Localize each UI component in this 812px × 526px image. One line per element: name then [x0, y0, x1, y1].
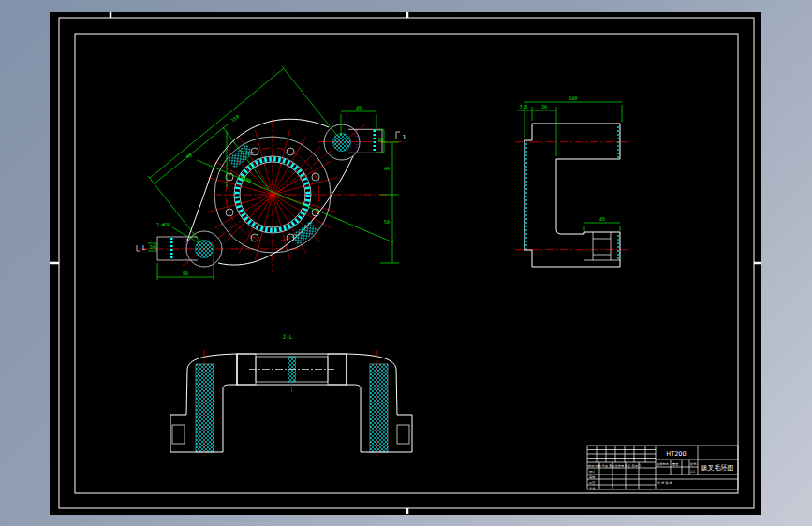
row-label-approve: 批准 — [589, 487, 596, 490]
dim-side-boss: 45 — [599, 216, 605, 222]
sheet-label: 共 张 第 张 — [657, 481, 672, 485]
datum-j-label: J — [402, 134, 406, 141]
scale-label: 比例 — [690, 462, 696, 466]
dim-boss-step-right: 20 — [377, 137, 383, 142]
row-label-design: 设计 — [589, 470, 596, 474]
dim-flange-lip: 7.5 — [519, 104, 527, 110]
dim-base-width: 80 — [183, 270, 188, 276]
material-value: HT200 — [666, 450, 686, 458]
weight-label: 重量 — [672, 462, 679, 466]
stage-label: 阶段标记 — [657, 462, 670, 466]
dim-boss-step-left: 20 — [149, 244, 155, 250]
dim-vertical-upper: 40 — [384, 166, 390, 171]
row-label-process: 工艺 — [589, 481, 595, 485]
dim-side-overall: 100 — [568, 95, 577, 101]
drawing-title: 拨叉毛坯图 — [701, 464, 734, 472]
datum-l-label: L — [142, 244, 146, 252]
drawing-canvas[interactable] — [50, 12, 761, 515]
section-label: J-L — [283, 333, 293, 340]
dim-boss-width: 45 — [356, 105, 362, 110]
scale-value: 1:1 — [690, 470, 695, 474]
row-label-check: 审核 — [589, 475, 596, 479]
dim-holes-note: 2-Φ20 — [156, 222, 170, 227]
dim-web: 30 — [541, 104, 547, 110]
dim-vertical-lower: 50 — [384, 219, 390, 225]
revision-header-row: 标记 处数 分区 更改文件号 签名 年月日 — [587, 464, 641, 468]
cad-viewport[interactable]: 150 95 Φ100 45 20 40 50 2-Φ20 80 2 — [0, 0, 812, 526]
